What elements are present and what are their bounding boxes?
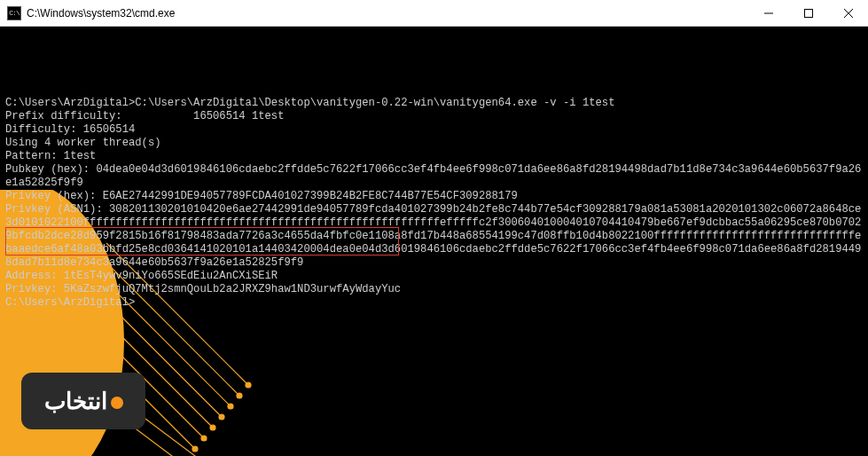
- terminal-line: Privkey (hex): E6AE27442991DE94057789FCD…: [5, 190, 863, 203]
- svg-line-16: [53, 307, 195, 449]
- watermark-badge: انتخاب: [21, 373, 145, 429]
- svg-point-13: [210, 425, 215, 430]
- window-controls: [748, 0, 868, 26]
- terminal-line: Difficulty: 16506514: [5, 123, 863, 137]
- svg-line-20: [115, 413, 222, 456]
- svg-point-9: [228, 404, 233, 409]
- svg-line-14: [62, 296, 204, 438]
- terminal-output[interactable]: C:\Users\ArzDigital>C:\Users\ArzDigital\…: [0, 27, 868, 456]
- terminal-line: C:\Users\ArzDigital>C:\Users\ArzDigital\…: [5, 97, 863, 110]
- svg-point-7: [237, 393, 242, 398]
- close-button[interactable]: [828, 0, 868, 26]
- terminal-line: Address: 1tEsT4ywv9niYo665SEdEiu2AnCXiSE…: [5, 270, 863, 283]
- svg-point-5: [246, 382, 251, 388]
- minimize-button[interactable]: [748, 0, 788, 26]
- terminal-line: Pattern: 1test: [5, 150, 863, 163]
- bitcoin-icon: [111, 397, 123, 409]
- window-title: C:\Windows\system32\cmd.exe: [27, 7, 748, 20]
- svg-point-11: [219, 414, 224, 420]
- svg-point-17: [192, 446, 198, 452]
- maximize-button[interactable]: [788, 0, 828, 26]
- terminal-line: Privkey: 5KaZszwfjuQ7Mtj2smnQouLb2a2JRXZ…: [5, 283, 863, 296]
- terminal-line: Pubkey (hex): 04dea0e04d3d6019846106cdae…: [5, 163, 863, 190]
- svg-rect-1: [804, 9, 812, 17]
- terminal-line: Using 4 worker thread(s): [5, 137, 863, 150]
- svg-line-18: [124, 403, 231, 456]
- svg-point-15: [201, 436, 207, 441]
- cmd-icon: C:\: [7, 6, 21, 20]
- terminal-lines: C:\Users\ArzDigital>C:\Users\ArzDigital\…: [5, 97, 863, 310]
- terminal-line: Privkey (ASN1): 308201130201010420e6ae27…: [5, 203, 863, 270]
- terminal-line: C:\Users\ArzDigital>: [5, 296, 863, 310]
- terminal-line: Prefix difficulty: 16506514 1test: [5, 110, 863, 123]
- watermark-text: انتخاب: [44, 395, 107, 408]
- window-titlebar: C:\ C:\Windows\system32\cmd.exe: [0, 0, 868, 27]
